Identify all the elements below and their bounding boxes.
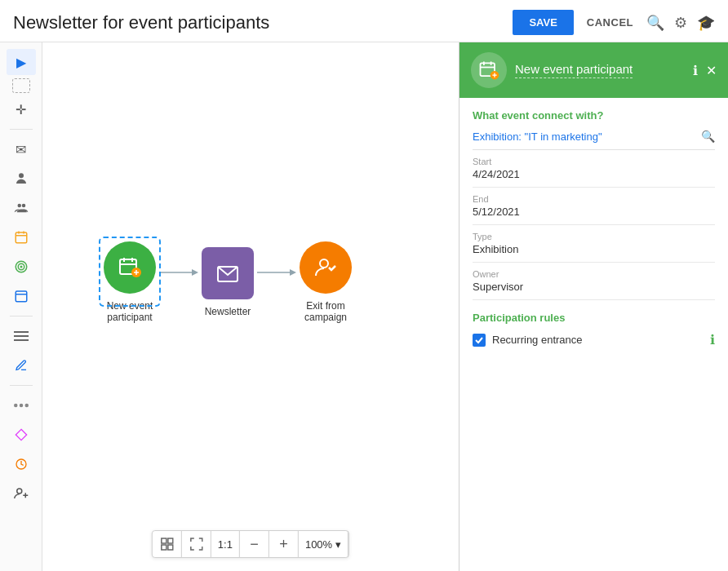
node-circle-purple[interactable] bbox=[202, 247, 254, 299]
event-search-input[interactable] bbox=[473, 131, 701, 143]
nodes-area: New event participant Newsletter bbox=[104, 241, 352, 323]
start-value: 4/24/2021 bbox=[473, 168, 715, 180]
save-button[interactable]: SAVE bbox=[513, 10, 573, 35]
start-field: Start 4/24/2021 bbox=[473, 150, 715, 188]
selection-tool[interactable] bbox=[12, 78, 30, 93]
node1-label: New event participant bbox=[104, 300, 156, 323]
panel-info-button[interactable]: ℹ bbox=[693, 63, 698, 78]
type-label: Type bbox=[473, 232, 715, 241]
grid-button[interactable] bbox=[153, 531, 182, 557]
canvas-bottom-toolbar: 1:1 − + 100% ▾ bbox=[152, 530, 349, 558]
recurring-checkbox-row: Recurring entrance ℹ bbox=[473, 332, 715, 347]
svg-point-1 bbox=[17, 204, 21, 208]
toolbar-separator3 bbox=[10, 385, 33, 386]
node-circle-green[interactable] bbox=[104, 241, 156, 294]
diamond-tool[interactable] bbox=[7, 422, 36, 448]
arrow2 bbox=[257, 264, 296, 281]
recurring-info-icon[interactable]: ℹ bbox=[710, 332, 715, 347]
svg-point-15 bbox=[14, 404, 18, 408]
event-field-row: 🔍 bbox=[473, 130, 715, 150]
toolbar-separator2 bbox=[10, 316, 33, 316]
svg-point-9 bbox=[20, 266, 22, 268]
zoom-dropdown-icon[interactable]: ▾ bbox=[335, 538, 341, 551]
svg-rect-10 bbox=[16, 291, 27, 302]
end-field: End 5/12/2021 bbox=[473, 188, 715, 225]
node2-label: Newsletter bbox=[205, 306, 251, 317]
graduation-icon[interactable]: 🎓 bbox=[697, 14, 715, 32]
node-new-event-participant[interactable]: New event participant bbox=[104, 241, 156, 323]
svg-point-35 bbox=[320, 259, 328, 268]
svg-marker-31 bbox=[192, 269, 198, 276]
svg-marker-34 bbox=[290, 269, 296, 276]
node-exit-campaign[interactable]: Exit from campaign bbox=[300, 241, 352, 323]
toolbar-separator bbox=[10, 129, 33, 130]
svg-rect-37 bbox=[167, 538, 172, 543]
contacts-tool[interactable] bbox=[7, 195, 36, 221]
svg-rect-3 bbox=[16, 232, 27, 243]
flow-tool[interactable] bbox=[7, 392, 36, 418]
owner-field: Owner Supervisor bbox=[473, 263, 715, 300]
panel-header-actions: ℹ ✕ bbox=[693, 63, 717, 78]
header: Newsletter for event participants SAVE C… bbox=[0, 0, 728, 42]
main-area: ▶ ✛ ✉ bbox=[0, 42, 728, 571]
cancel-button[interactable]: CANCEL bbox=[587, 16, 633, 29]
end-label: End bbox=[473, 194, 715, 204]
panel-title: New event participant bbox=[515, 62, 633, 78]
clock-tool[interactable] bbox=[7, 451, 36, 477]
svg-point-2 bbox=[21, 204, 25, 208]
svg-point-20 bbox=[16, 489, 21, 494]
panel-body: What event connect with? 🔍 Start 4/24/20… bbox=[459, 98, 728, 571]
svg-point-0 bbox=[19, 173, 24, 178]
expand-button[interactable] bbox=[182, 531, 211, 557]
svg-marker-18 bbox=[16, 429, 26, 440]
zoom-in-button[interactable]: + bbox=[269, 531, 299, 557]
zoom-out-button[interactable]: − bbox=[240, 531, 269, 557]
recurring-checkbox[interactable] bbox=[473, 334, 486, 347]
end-value: 5/12/2021 bbox=[473, 206, 715, 218]
list-tool[interactable] bbox=[7, 323, 36, 349]
event-search-icon[interactable]: 🔍 bbox=[701, 130, 715, 143]
svg-point-16 bbox=[19, 404, 23, 408]
panel-header-icon bbox=[471, 52, 507, 88]
start-label: Start bbox=[473, 157, 715, 166]
event-tool[interactable] bbox=[7, 224, 36, 250]
left-toolbar: ▶ ✛ ✉ bbox=[0, 42, 42, 571]
crosshair-tool[interactable]: ✛ bbox=[7, 96, 36, 122]
edit-tool[interactable] bbox=[7, 352, 36, 378]
header-icons: 🔍 ⚙ 🎓 bbox=[646, 14, 715, 32]
svg-rect-38 bbox=[161, 545, 166, 550]
type-field: Type Exhibition bbox=[473, 225, 715, 263]
participation-section: Participation rules Recurring entrance ℹ bbox=[473, 312, 715, 347]
panel-close-button[interactable]: ✕ bbox=[706, 63, 717, 78]
cursor-tool[interactable]: ▶ bbox=[7, 49, 36, 75]
search-icon[interactable]: 🔍 bbox=[646, 14, 664, 32]
calendar-tool[interactable] bbox=[7, 283, 36, 309]
email-tool[interactable]: ✉ bbox=[7, 136, 36, 162]
right-panel: New event participant ℹ ✕ What event con… bbox=[459, 42, 728, 571]
owner-label: Owner bbox=[473, 269, 715, 279]
zoom-percent: 100% bbox=[305, 538, 332, 551]
svg-rect-36 bbox=[161, 538, 166, 543]
page-title: Newsletter for event participants bbox=[13, 12, 499, 33]
zoom-level-label[interactable]: 100% ▾ bbox=[299, 531, 348, 557]
person-add-tool[interactable] bbox=[7, 480, 36, 507]
node3-label: Exit from campaign bbox=[300, 300, 352, 323]
owner-value: Supervisor bbox=[473, 281, 715, 293]
section2-title: Participation rules bbox=[473, 312, 715, 324]
canvas[interactable]: New event participant Newsletter bbox=[42, 42, 459, 571]
contact-tool[interactable] bbox=[7, 166, 36, 192]
arrow1 bbox=[159, 264, 198, 281]
svg-point-17 bbox=[24, 404, 29, 408]
settings-icon[interactable]: ⚙ bbox=[674, 14, 687, 32]
section1-title: What event connect with? bbox=[473, 109, 715, 122]
zoom-ratio-label[interactable]: 1:1 bbox=[211, 531, 240, 557]
panel-header: New event participant ℹ ✕ bbox=[459, 42, 728, 98]
node-newsletter[interactable]: Newsletter bbox=[202, 247, 254, 317]
goal-tool[interactable] bbox=[7, 254, 36, 280]
panel-header-left: New event participant bbox=[471, 52, 633, 88]
type-value: Exhibition bbox=[473, 243, 715, 255]
node-circle-orange[interactable] bbox=[300, 241, 352, 294]
svg-rect-39 bbox=[167, 545, 172, 550]
recurring-label: Recurring entrance bbox=[492, 334, 704, 346]
